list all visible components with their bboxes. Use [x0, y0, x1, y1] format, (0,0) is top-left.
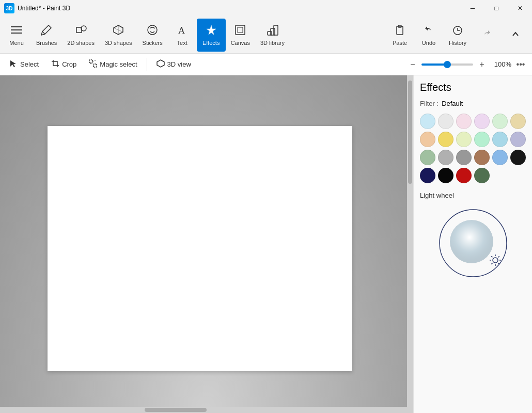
toolbar-3d-shapes[interactable]: 3D shapes — [100, 19, 137, 52]
toolbar-effects-label: Effects — [202, 40, 220, 46]
svg-rect-19 — [89, 60, 92, 63]
3d-shapes-icon — [113, 24, 124, 38]
color-circle-silver[interactable] — [438, 150, 453, 165]
magic-select-icon — [89, 59, 97, 69]
toolbar-brushes[interactable]: Brushes — [31, 19, 62, 52]
zoom-in-button[interactable]: + — [476, 59, 488, 70]
color-circle-lightyellow[interactable] — [456, 132, 472, 147]
color-circle-lightblue[interactable] — [420, 114, 435, 129]
toolbar-3d-shapes-label: 3D shapes — [105, 40, 132, 46]
svg-marker-24 — [157, 60, 164, 67]
svg-line-33 — [491, 263, 492, 264]
svg-rect-12 — [238, 27, 243, 33]
toolbar-3d-library[interactable]: 3D library — [255, 19, 290, 52]
app-icon: 3D — [4, 3, 14, 13]
paste-icon — [394, 24, 405, 38]
color-circle-skyblue[interactable] — [492, 132, 508, 147]
color-circle-aqua[interactable] — [474, 132, 490, 147]
svg-point-8 — [148, 25, 157, 35]
toolbar-2d-shapes-label: 2D shapes — [67, 40, 95, 46]
toolbar-menu[interactable]: Menu — [2, 19, 31, 52]
3d-library-icon — [267, 24, 278, 38]
color-circle-yellow[interactable] — [438, 132, 453, 147]
brushes-icon — [41, 24, 52, 38]
svg-rect-1 — [11, 29, 22, 30]
color-circle-periwinkle[interactable] — [510, 132, 526, 147]
toolbar-stickers-label: Stickers — [143, 40, 163, 46]
drawing-canvas[interactable] — [48, 126, 352, 371]
toolbar-canvas[interactable]: Canvas — [226, 19, 255, 52]
crop-tool-button[interactable]: Crop — [46, 57, 82, 71]
collapse-icon — [511, 29, 520, 41]
color-circle-nearblack[interactable] — [510, 150, 526, 165]
close-button[interactable]: ✕ — [508, 0, 532, 17]
toolbar-effects[interactable]: Effects — [197, 19, 226, 52]
toolbar-stickers[interactable]: Stickers — [137, 19, 168, 52]
toolbar-collapse[interactable] — [501, 19, 530, 52]
toolbar-paste-label: Paste — [393, 40, 407, 46]
toolbar-3d-library-label: 3D library — [260, 40, 285, 46]
main-area: Effects Filter : Default — [0, 75, 532, 413]
subtool-divider-1 — [147, 58, 147, 71]
svg-line-32 — [498, 256, 499, 257]
crop-icon — [51, 59, 59, 69]
filter-value: Default — [442, 100, 463, 107]
color-circle-mintgreen[interactable] — [492, 114, 508, 129]
horizontal-scrollbar[interactable] — [0, 407, 407, 413]
main-toolbar: Menu Brushes 2D shapes 3D shapes Sticker… — [0, 17, 532, 54]
more-options-button[interactable]: ••• — [513, 57, 528, 72]
filter-label: Filter : — [420, 100, 439, 107]
toolbar-history-label: History — [449, 40, 466, 46]
toolbar-menu-label: Menu — [9, 40, 24, 46]
magic-select-button[interactable]: Magic select — [84, 57, 142, 71]
light-wheel-svg[interactable] — [434, 204, 512, 282]
light-wheel-container[interactable] — [420, 204, 526, 282]
color-circle-gray[interactable] — [456, 150, 472, 165]
horizontal-scrollbar-thumb[interactable] — [145, 408, 207, 412]
toolbar-redo[interactable] — [472, 19, 501, 52]
svg-rect-0 — [11, 26, 22, 27]
toolbar-history[interactable]: History — [443, 19, 472, 52]
toolbar-text-label: Text — [177, 40, 187, 46]
canvas-icon — [234, 24, 246, 38]
select-icon — [9, 59, 18, 69]
color-circle-lavender[interactable] — [474, 114, 490, 129]
color-circle-olive[interactable] — [474, 168, 490, 183]
toolbar-2d-shapes[interactable]: 2D shapes — [62, 19, 100, 52]
history-icon — [452, 24, 463, 38]
select-tool-button[interactable]: Select — [4, 57, 44, 71]
color-circle-red[interactable] — [456, 168, 472, 183]
color-circle-peach[interactable] — [420, 132, 435, 147]
maximize-button[interactable]: □ — [484, 0, 508, 17]
3d-view-button[interactable]: 3D view — [151, 57, 196, 71]
toolbar-paste[interactable]: Paste — [385, 19, 414, 52]
window-controls: ─ □ ✕ — [461, 0, 532, 17]
color-circle-lightpink[interactable] — [456, 114, 472, 129]
svg-rect-20 — [93, 64, 97, 67]
subtoolbar: Select Crop Magic select 3D view − + 100… — [0, 54, 532, 75]
toolbar-undo[interactable]: Undo — [414, 19, 443, 52]
zoom-controls: − + 100% — [407, 59, 511, 70]
effects-icon — [206, 24, 217, 38]
minimize-button[interactable]: ─ — [461, 0, 484, 17]
vertical-scrollbar-thumb[interactable] — [408, 81, 412, 184]
effects-panel: Effects Filter : Default — [413, 75, 532, 413]
color-circle-tan[interactable] — [510, 114, 526, 129]
vertical-scrollbar[interactable] — [407, 75, 413, 413]
color-circle-darkblue[interactable] — [420, 168, 435, 183]
zoom-out-button[interactable]: − — [407, 59, 418, 70]
svg-rect-13 — [268, 31, 272, 35]
text-icon: A — [177, 24, 188, 38]
color-circle-sage[interactable] — [420, 150, 435, 165]
color-circle-white[interactable] — [438, 114, 453, 129]
color-circle-brown[interactable] — [474, 150, 490, 165]
zoom-slider[interactable] — [421, 63, 473, 66]
toolbar-text[interactable]: A Text — [168, 19, 197, 52]
stickers-icon — [147, 24, 158, 38]
canvas-area[interactable] — [0, 75, 413, 413]
color-circle-cornflower[interactable] — [492, 150, 508, 165]
3d-view-icon — [157, 59, 165, 69]
color-filter-grid — [420, 114, 526, 183]
color-circle-black[interactable] — [438, 168, 453, 183]
light-wheel-label: Light wheel — [420, 192, 526, 199]
